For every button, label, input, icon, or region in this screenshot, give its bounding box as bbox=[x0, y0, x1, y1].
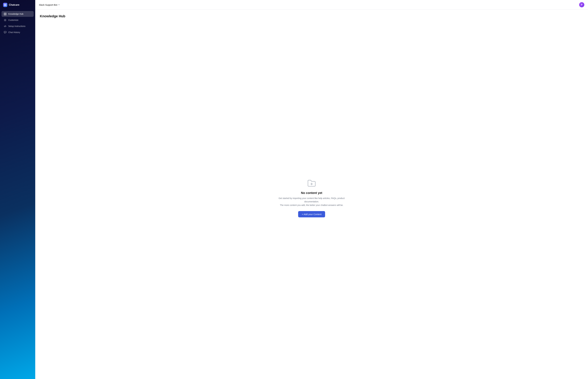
sidebar-item-knowledge-hub[interactable]: Knowledge Hub bbox=[1, 11, 34, 17]
empty-folder-icon bbox=[307, 178, 317, 188]
sidebar-item-chat-history[interactable]: Chat History bbox=[1, 29, 34, 35]
app-name: Chatcare bbox=[9, 3, 19, 6]
sidebar-item-setup-instructions[interactable]: Setup Instructions bbox=[1, 23, 34, 29]
sidebar: Chatcare Knowledge Hub Cu bbox=[0, 0, 35, 379]
bot-name: Slack Support Bot bbox=[39, 3, 57, 6]
bot-selector[interactable]: Slack Support Bot ▾ bbox=[39, 3, 59, 6]
svg-rect-0 bbox=[4, 4, 5, 5]
empty-state: No content yet Get started by importing … bbox=[40, 21, 583, 374]
add-content-button[interactable]: + Add your Content bbox=[298, 211, 325, 217]
page-title: Knowledge Hub bbox=[40, 14, 583, 18]
logo-icon bbox=[3, 3, 7, 7]
svg-point-8 bbox=[5, 20, 5, 20]
chat-icon bbox=[4, 31, 6, 34]
sidebar-item-setup-instructions-label: Setup Instructions bbox=[8, 25, 25, 27]
empty-desc-line1: Get started by importing your content li… bbox=[279, 197, 345, 203]
svg-rect-1 bbox=[5, 4, 6, 5]
svg-rect-5 bbox=[5, 13, 6, 14]
svg-rect-9 bbox=[4, 31, 6, 33]
gear-icon bbox=[4, 19, 6, 21]
empty-description: Get started by importing your content li… bbox=[275, 197, 348, 207]
user-avatar[interactable]: P bbox=[579, 2, 584, 7]
svg-rect-7 bbox=[5, 14, 6, 15]
empty-title: No content yet bbox=[301, 191, 322, 195]
sidebar-nav: Knowledge Hub Customize Setup Instruc bbox=[0, 10, 35, 36]
sidebar-item-customize-label: Customize bbox=[8, 19, 18, 21]
code-icon bbox=[4, 25, 6, 28]
svg-rect-4 bbox=[4, 13, 5, 14]
page-content: Knowledge Hub No content yet Get started… bbox=[35, 10, 588, 379]
sidebar-item-knowledge-hub-label: Knowledge Hub bbox=[8, 13, 23, 15]
svg-rect-3 bbox=[5, 5, 6, 6]
empty-desc-line2: The more content you add, the better you… bbox=[280, 204, 343, 206]
app-logo: Chatcare bbox=[0, 0, 35, 10]
grid-icon bbox=[4, 13, 6, 15]
svg-rect-6 bbox=[4, 14, 5, 15]
sidebar-item-customize[interactable]: Customize bbox=[1, 17, 34, 23]
topbar: Slack Support Bot ▾ P bbox=[35, 0, 588, 10]
svg-rect-2 bbox=[4, 5, 5, 6]
sidebar-item-chat-history-label: Chat History bbox=[8, 31, 20, 33]
main-content: Slack Support Bot ▾ P Knowledge Hub No c… bbox=[35, 0, 588, 379]
add-content-label: + Add your Content bbox=[302, 213, 321, 216]
chevron-down-icon: ▾ bbox=[59, 4, 59, 6]
